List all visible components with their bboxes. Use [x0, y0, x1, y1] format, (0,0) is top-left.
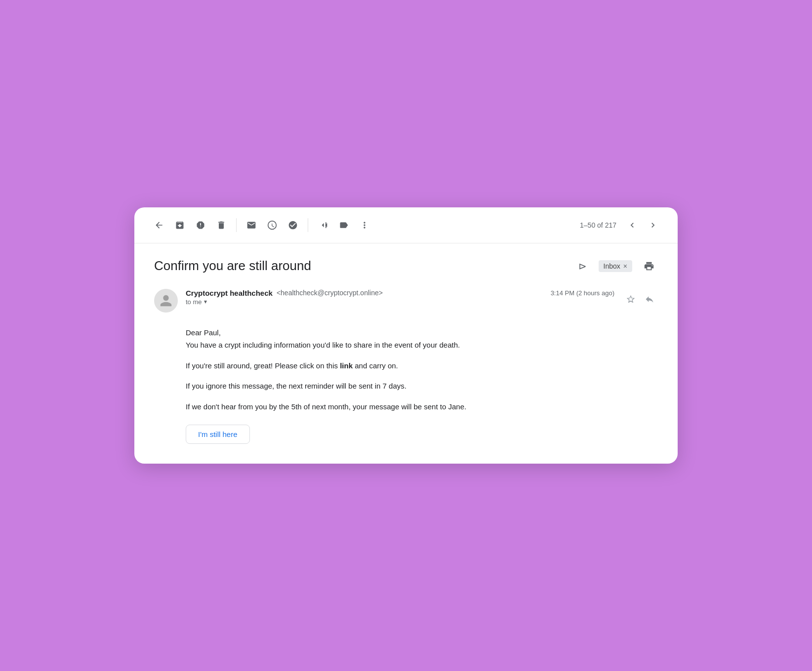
more-options-icon[interactable]: [356, 216, 373, 234]
next-email-button[interactable]: [644, 216, 662, 234]
svg-rect-0: [325, 222, 326, 228]
pagination-label: 1–50 of 217: [580, 221, 616, 229]
spam-icon[interactable]: [192, 216, 209, 234]
archive-icon[interactable]: [171, 216, 189, 234]
mark-unread-icon[interactable]: [243, 216, 260, 234]
delete-icon[interactable]: [212, 216, 230, 234]
sender-info: Cryptocrypt healthcheck <healthcheck@cry…: [186, 289, 614, 306]
star-button[interactable]: [622, 291, 639, 308]
print-button[interactable]: [640, 257, 658, 275]
body-link[interactable]: link: [340, 361, 353, 370]
add-task-icon[interactable]: [284, 216, 302, 234]
prev-email-button[interactable]: [623, 216, 641, 234]
sender-to-dropdown[interactable]: to me ▾: [186, 298, 614, 306]
body-paragraph-4: If we don't hear from you by the 5th of …: [186, 400, 658, 413]
sender-time: 3:14 PM (2 hours ago): [551, 289, 614, 297]
email-body: Dear Paul, You have a crypt including in…: [134, 322, 678, 464]
separator-1: [236, 218, 237, 232]
still-here-button[interactable]: I'm still here: [186, 425, 250, 444]
inbox-badge: Inbox ×: [599, 260, 632, 272]
sender-name-row: Cryptocrypt healthcheck <healthcheck@cry…: [186, 289, 614, 297]
move-icon[interactable]: [314, 216, 332, 234]
subject-arrow-icon: ⊳: [578, 260, 587, 272]
inbox-badge-close-button[interactable]: ×: [623, 263, 627, 270]
email-subject: Confirm you are still around: [154, 258, 567, 274]
to-chevron-icon: ▾: [204, 298, 207, 305]
reply-button[interactable]: [641, 291, 658, 308]
separator-2: [308, 218, 308, 232]
inbox-label: Inbox: [604, 262, 620, 270]
sender-name: Cryptocrypt healthcheck: [186, 289, 273, 297]
email-client-window: 1–50 of 217 Confirm you are still around…: [134, 207, 678, 464]
back-button[interactable]: [150, 216, 168, 234]
email-header: Confirm you are still around ⊳ Inbox ×: [134, 243, 678, 281]
avatar: [154, 289, 178, 313]
toolbar: 1–50 of 217: [134, 207, 678, 243]
snooze-icon[interactable]: [263, 216, 281, 234]
body-greeting: Dear Paul, You have a crypt including in…: [186, 326, 658, 352]
sender-actions: [622, 291, 658, 308]
body-paragraph-3: If you ignore this message, the next rem…: [186, 380, 658, 393]
sender-row: Cryptocrypt healthcheck <healthcheck@cry…: [134, 281, 678, 322]
to-label: to me: [186, 298, 202, 306]
body-paragraph-2: If you're still around, great! Please cl…: [186, 359, 658, 372]
label-icon[interactable]: [335, 216, 353, 234]
sender-email: <healthcheck@cryptocrypt.online>: [277, 289, 383, 297]
